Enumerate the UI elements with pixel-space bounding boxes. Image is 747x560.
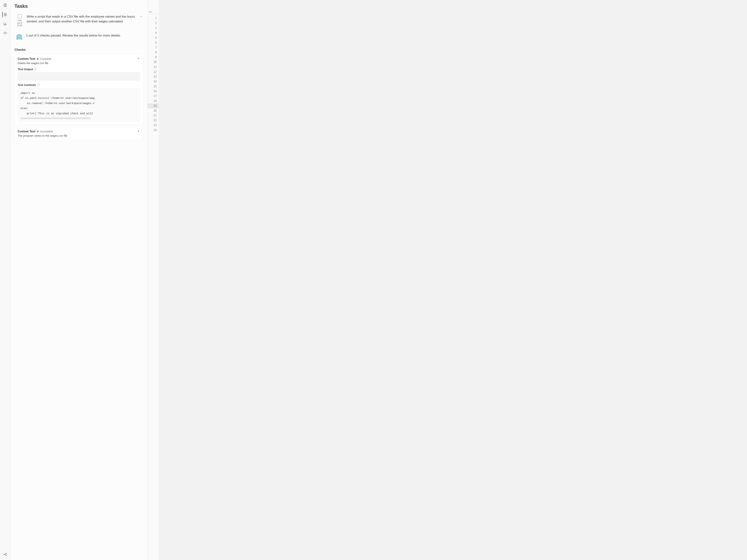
check-title: Custom Test (18, 57, 35, 60)
share-icon[interactable] (2, 552, 8, 557)
result-row: 1 out of 2 checks passed. Review the res… (15, 31, 143, 44)
task-score-block: 0.00 out of 10.00 (15, 14, 24, 27)
line-number: 6 (148, 40, 159, 45)
checks-heading: Checks (15, 48, 143, 52)
svg-point-11 (21, 38, 22, 39)
code-icon[interactable] (2, 30, 8, 36)
line-number: 5 (148, 35, 159, 40)
horizontal-scrollbar[interactable] (20, 117, 91, 119)
test-contents-code: import os if os.path.exists('/home/nt-us… (18, 88, 140, 122)
status-dot-complete (37, 58, 39, 60)
line-number: 14 (148, 79, 159, 84)
line-number: 18 (148, 99, 159, 103)
chart-icon[interactable] (2, 21, 8, 27)
line-number: 11 (148, 64, 159, 70)
code-line: if os.path.exists('/home/nt-user/workspa… (20, 97, 95, 100)
line-number: 3 (148, 26, 159, 31)
check-card-complete: Custom Test Complete Delete the wages.cs… (15, 54, 143, 125)
task-score: 0.00 out of 10.00 (17, 20, 22, 27)
status-label: Complete (40, 57, 51, 60)
check-subtitle: Delete the wages.csv file (18, 61, 140, 64)
status-dot-incomplete (37, 131, 39, 132)
score-value: 0.00 (18, 20, 22, 22)
book-icon[interactable] (2, 2, 8, 8)
svg-point-3 (17, 34, 22, 39)
check-title: Custom Test (18, 130, 35, 133)
chevron-down-icon[interactable] (139, 14, 143, 19)
editor-gutter: en 1 2 3 4 5 6 7 8 9 10 11 12 13 14 15 1… (148, 0, 159, 560)
test-contents-heading: Test Contents ? (18, 83, 140, 86)
code-line: print('This is an ungraded check and wil… (20, 112, 93, 115)
checklist-icon[interactable] (2, 11, 8, 18)
line-number: 24 (148, 128, 159, 133)
chevron-right-icon[interactable] (137, 130, 140, 133)
task-checkbox[interactable] (18, 14, 22, 18)
line-number: 20 (148, 108, 159, 113)
bot-icon (15, 33, 23, 41)
line-number: 8 (148, 50, 159, 55)
check-card-header[interactable]: Custom Test Complete (18, 57, 140, 61)
help-icon[interactable]: ? (37, 83, 40, 86)
tasks-panel: Tasks 0.00 out of 10.00 Write a script t… (10, 0, 148, 560)
line-number: 7 (148, 45, 159, 50)
check-card-header[interactable]: Custom Test Incomplete (18, 130, 140, 133)
help-icon[interactable]: ? (34, 68, 37, 71)
task-item[interactable]: 0.00 out of 10.00 Write a script that re… (15, 12, 143, 29)
line-number: 22 (148, 118, 159, 123)
line-number: 4 (148, 31, 159, 35)
line-number: 1 (148, 16, 159, 21)
line-number: 23 (148, 123, 159, 128)
svg-point-5 (18, 36, 18, 36)
svg-rect-9 (19, 38, 20, 39)
line-number: 12 (148, 70, 159, 74)
line-number: 16 (148, 89, 159, 94)
test-output-heading: Test Output ? (18, 68, 140, 71)
line-number: 2 (148, 21, 159, 26)
chevron-down-icon[interactable] (137, 57, 140, 61)
code-line: os.remove('/home/nt-user/workspace/wages… (20, 102, 95, 105)
score-total: 10.00 (17, 24, 22, 26)
svg-point-7 (20, 36, 21, 36)
line-number: 21 (148, 113, 159, 118)
score-outof: out of (17, 22, 22, 24)
line-number: 10 (148, 60, 159, 64)
task-description: Write a script that reads in a CSV file … (27, 14, 137, 24)
line-number: 15 (148, 84, 159, 89)
editor-tab[interactable]: en (148, 10, 159, 14)
left-sidebar (0, 0, 10, 560)
code-line: else: (20, 107, 28, 110)
line-number: 17 (148, 94, 159, 99)
code-line: import os (20, 92, 35, 95)
test-output-box (18, 72, 140, 80)
svg-point-10 (16, 38, 18, 39)
line-number: 13 (148, 74, 159, 79)
line-number: 9 (148, 55, 159, 60)
line-number: 19 (148, 104, 159, 108)
check-subtitle: The program writes to the wages.csv file (18, 134, 140, 137)
check-card-incomplete: Custom Test Incomplete The program write… (15, 127, 143, 140)
panel-title: Tasks (15, 3, 143, 9)
result-message: 1 out of 2 checks passed. Review the res… (26, 33, 121, 38)
status-label: Incomplete (40, 130, 53, 133)
